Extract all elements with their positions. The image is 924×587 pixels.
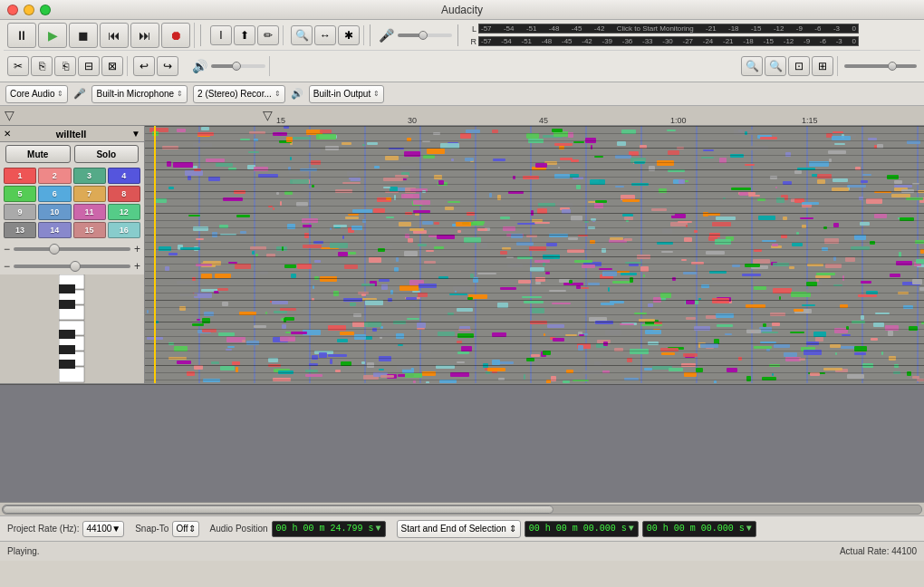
snap-to-dropdown[interactable]: Off ⇕ bbox=[172, 521, 198, 537]
selection-type-dropdown[interactable]: Start and End of Selection ⇕ bbox=[397, 520, 521, 538]
vu-left-meter[interactable]: -57-54-51-48-45-42 Click to Start Monito… bbox=[478, 24, 859, 34]
solo-button[interactable]: Solo bbox=[74, 145, 140, 163]
channel-7-button[interactable]: 7 bbox=[73, 186, 106, 202]
window-controls[interactable] bbox=[7, 5, 51, 15]
volume-pan-row: − + bbox=[0, 240, 144, 257]
timeline-ruler[interactable]: ▽ ▽ 15 30 45 1:00 1:15 bbox=[0, 106, 924, 126]
gain-thumb bbox=[419, 31, 428, 40]
toolbar-row2: ✂ ⎘ ⎗ ⊟ ⊠ ↩ ↪ 🔊 🔍 🔍 ⊡ ⊞ bbox=[4, 53, 920, 80]
mute-button[interactable]: Mute bbox=[5, 145, 71, 163]
multi-tool-button[interactable]: ✱ bbox=[338, 25, 360, 45]
pan-minus[interactable]: − bbox=[4, 260, 10, 273]
grid-line bbox=[145, 126, 924, 127]
vol-minus[interactable]: − bbox=[4, 243, 10, 255]
channel-11-button[interactable]: 11 bbox=[73, 204, 106, 220]
channel-9-button[interactable]: 9 bbox=[4, 204, 36, 220]
record-button[interactable]: ⏺ bbox=[161, 23, 190, 48]
selection-end-display[interactable]: 00 h 00 m 00.000 s ▼ bbox=[642, 521, 756, 537]
cursor-tool-button[interactable]: I bbox=[210, 25, 232, 45]
grid-line bbox=[145, 242, 924, 243]
channel-4-button[interactable]: 4 bbox=[108, 168, 140, 184]
channel-1-button[interactable]: 1 bbox=[4, 168, 36, 184]
grid-line bbox=[145, 300, 924, 301]
tick-115: 1:15 bbox=[802, 116, 818, 125]
output-gain-slider[interactable] bbox=[211, 64, 265, 68]
pan-plus[interactable]: + bbox=[134, 260, 140, 273]
copy-button[interactable]: ⎘ bbox=[31, 56, 53, 76]
channel-16-button[interactable]: 16 bbox=[108, 222, 140, 238]
zoom-tool-button[interactable]: 🔍 bbox=[291, 25, 313, 45]
undo-button[interactable]: ↩ bbox=[133, 56, 155, 76]
track-name[interactable]: willtell bbox=[11, 129, 131, 140]
channel-12-button[interactable]: 12 bbox=[108, 204, 140, 220]
stop-button[interactable]: ◼ bbox=[69, 23, 98, 48]
redo-button[interactable]: ↪ bbox=[157, 56, 178, 76]
track-content[interactable] bbox=[145, 126, 924, 383]
audio-host-select[interactable]: Core Audio ⇕ bbox=[5, 85, 68, 103]
play-button[interactable]: ▶ bbox=[38, 23, 67, 48]
vu-right-meter[interactable]: -57-54-51-48-45-42-39-36-33-30-27-24-21-… bbox=[478, 36, 859, 46]
zoom-fit2-button[interactable]: ⊞ bbox=[812, 56, 833, 76]
transport-controls: ⏸ ▶ ◼ ⏮ ⏭ ⏺ bbox=[4, 23, 195, 48]
minimize-button[interactable] bbox=[24, 5, 34, 15]
pan-thumb bbox=[70, 261, 81, 272]
paste-button[interactable]: ⎗ bbox=[54, 56, 76, 76]
track-title-bar: ✕ willtell ▼ bbox=[0, 126, 144, 142]
channel-15-button[interactable]: 15 bbox=[73, 222, 106, 238]
grid-line bbox=[145, 256, 924, 257]
project-rate-value: 44100 bbox=[86, 524, 111, 534]
pause-button[interactable]: ⏸ bbox=[7, 23, 36, 48]
project-rate-label: Project Rate (Hz): bbox=[7, 524, 79, 534]
channel-5-button[interactable]: 5 bbox=[4, 186, 36, 202]
channels-select[interactable]: 2 (Stereo) Recor... ⇕ bbox=[193, 85, 285, 103]
trim-button[interactable]: ⊟ bbox=[78, 56, 100, 76]
channel-3-button[interactable]: 3 bbox=[73, 168, 106, 184]
selection-start-display[interactable]: 00 h 00 m 00.000 s ▼ bbox=[525, 521, 639, 537]
grid-line bbox=[145, 177, 924, 178]
speaker-icon[interactable]: 🔊 bbox=[189, 56, 209, 76]
channel-14-button[interactable]: 14 bbox=[38, 222, 71, 238]
output-gain-section: 🔊 bbox=[186, 56, 270, 76]
channel-13-button[interactable]: 13 bbox=[4, 222, 36, 238]
track-close-button[interactable]: ✕ bbox=[4, 129, 11, 139]
grid-line bbox=[145, 148, 924, 149]
volume-slider[interactable] bbox=[14, 247, 130, 251]
rewind-button[interactable]: ⏮ bbox=[100, 23, 129, 48]
input-gain-slider[interactable] bbox=[398, 34, 452, 37]
zoom-in-button[interactable]: 🔍 bbox=[741, 56, 763, 76]
grid-line bbox=[145, 336, 924, 337]
midi-roll[interactable] bbox=[145, 126, 924, 383]
output-select[interactable]: Built-in Output ⇕ bbox=[309, 85, 384, 103]
pan-slider[interactable] bbox=[14, 265, 130, 268]
maximize-button[interactable] bbox=[40, 5, 51, 15]
zoom-out-button[interactable]: 🔍 bbox=[765, 56, 786, 76]
scrollbar-track[interactable] bbox=[2, 505, 922, 515]
channel-10-button[interactable]: 10 bbox=[38, 204, 71, 220]
channel-2-button[interactable]: 2 bbox=[38, 168, 71, 184]
playback-speed-slider[interactable] bbox=[844, 64, 917, 68]
close-button[interactable] bbox=[7, 5, 18, 15]
envelope-tool-button[interactable]: ⬆ bbox=[234, 25, 255, 45]
speed-thumb bbox=[888, 62, 897, 71]
actual-rate: Actual Rate: 44100 bbox=[840, 546, 917, 556]
track-dropdown-arrow[interactable]: ▼ bbox=[131, 129, 140, 139]
vol-plus[interactable]: + bbox=[134, 243, 140, 255]
output-gain-thumb bbox=[232, 62, 241, 71]
draw-tool-button[interactable]: ✏ bbox=[257, 25, 279, 45]
zoom-h-button[interactable]: ↔ bbox=[314, 25, 336, 45]
separator bbox=[200, 24, 201, 46]
silence-button[interactable]: ⊠ bbox=[101, 56, 123, 76]
mic-icon[interactable]: 🎤 bbox=[376, 25, 396, 45]
forward-button[interactable]: ⏭ bbox=[130, 23, 159, 48]
cut-button[interactable]: ✂ bbox=[7, 56, 29, 76]
channel-grid: 12345678910111213141516 bbox=[0, 166, 144, 240]
project-rate-dropdown[interactable]: 44100 ▼ bbox=[82, 521, 124, 537]
microphone-select[interactable]: Built-in Microphone ⇕ bbox=[91, 85, 188, 103]
zoom-fit-button[interactable]: ⊡ bbox=[788, 56, 810, 76]
track-header: ✕ willtell ▼ Mute Solo 12345678910111213… bbox=[0, 126, 145, 383]
scrollbar-thumb[interactable] bbox=[3, 505, 553, 514]
tools-section: I ⬆ ✏ bbox=[207, 25, 284, 45]
channel-6-button[interactable]: 6 bbox=[38, 186, 71, 202]
audio-position-display[interactable]: 00 h 00 m 24.799 s ▼ bbox=[272, 521, 386, 537]
channel-8-button[interactable]: 8 bbox=[108, 186, 140, 202]
